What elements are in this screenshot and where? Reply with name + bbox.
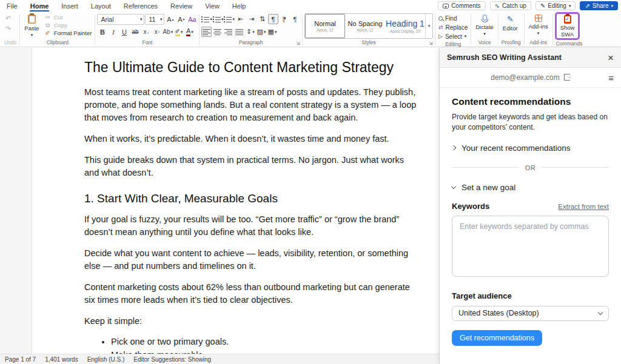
- add-ins-button[interactable]: Add-ins ▾: [526, 13, 551, 36]
- sort-button[interactable]: ⇅: [257, 14, 267, 24]
- recent-recommendations-toggle[interactable]: Your recent recommendations: [452, 144, 571, 153]
- tab-layout[interactable]: Layout: [90, 1, 112, 11]
- font-size-value: 11: [149, 16, 155, 23]
- redo-button[interactable]: ↷: [3, 24, 13, 34]
- group-label-proofing: Proofing: [502, 39, 521, 45]
- style-name: Heading 1: [386, 19, 425, 28]
- paragraph-dialog-launcher[interactable]: ⇲: [296, 41, 300, 46]
- word-count[interactable]: 1,401 words: [45, 356, 78, 363]
- group-font: Arial ▾ 11 ▾ A▴ A▾ A̶a B I: [95, 12, 199, 47]
- editor-suggestions-indicator[interactable]: Editor Suggestions: Showing: [133, 356, 211, 363]
- format-painter-button[interactable]: ✐ Format Painter: [43, 29, 93, 37]
- logout-icon: [564, 74, 570, 81]
- highlight-color-button[interactable]: ✐▾: [173, 27, 184, 37]
- increase-indent-button[interactable]: ⇥: [246, 14, 257, 24]
- set-new-goal-toggle[interactable]: Set a new goal: [452, 183, 515, 192]
- paragraph: Decide what you want content to achieve …: [84, 247, 418, 273]
- left-to-right-button[interactable]: ¶: [268, 14, 278, 24]
- decrease-indent-button[interactable]: ⇤: [235, 14, 246, 24]
- grow-font-button[interactable]: A▴: [165, 14, 175, 24]
- line-spacing-button[interactable]: ⇕▾: [245, 27, 255, 37]
- get-recommendations-button[interactable]: Get recommendations: [452, 330, 542, 346]
- style-normal[interactable]: Normal Aptos, 12: [305, 14, 345, 38]
- dictate-button[interactable]: Dictate ▾: [473, 13, 496, 36]
- editor-button[interactable]: ✎ Editor: [500, 13, 520, 31]
- group-addins: Add-ins ▾ Add-ins: [525, 12, 552, 47]
- word-window: File Home Insert Layout References Revie…: [0, 0, 621, 364]
- cut-button[interactable]: ✂ Cut: [43, 13, 93, 21]
- tab-file[interactable]: File: [6, 1, 18, 11]
- close-icon[interactable]: ×: [608, 53, 614, 63]
- group-label-clipboard: Clipboard: [47, 39, 69, 45]
- group-voice: Dictate ▾ Voice: [471, 12, 498, 47]
- tab-insert[interactable]: Insert: [61, 1, 79, 11]
- right-to-left-button[interactable]: ¶: [279, 14, 289, 24]
- strikethrough-button[interactable]: ab: [130, 27, 140, 37]
- or-label: OR: [525, 164, 536, 171]
- menu-icon[interactable]: ≡: [608, 73, 614, 83]
- extract-from-text-link[interactable]: Extract from text: [558, 203, 609, 210]
- paste-icon: [28, 15, 36, 24]
- paste-button[interactable]: Paste ▾: [22, 13, 41, 38]
- copy-button[interactable]: ⧉ Copy: [43, 21, 93, 29]
- group-label-addins: Add-ins: [529, 39, 547, 45]
- menubar: File Home Insert Layout References Revie…: [0, 0, 621, 12]
- undo-button[interactable]: ↶: [3, 13, 13, 24]
- tab-view[interactable]: View: [204, 1, 220, 11]
- comments-button[interactable]: Comments: [438, 1, 485, 10]
- cut-label: Cut: [54, 14, 63, 21]
- divider-line: [542, 167, 609, 168]
- style-heading-1[interactable]: Heading 1 Aptos Display, 20: [385, 14, 425, 38]
- language-indicator[interactable]: English (U.S.): [87, 356, 125, 363]
- show-hide-marks-button[interactable]: ¶: [290, 14, 300, 24]
- catch-up-button[interactable]: ∿ Catch up: [490, 1, 531, 10]
- page-indicator[interactable]: Page 1 of 7: [5, 356, 36, 363]
- bullets-button[interactable]: ▾: [201, 14, 212, 24]
- target-audience-select[interactable]: United States (Desktop): [452, 306, 609, 321]
- style-no-spacing[interactable]: No Spacing Aptos, 12: [345, 14, 385, 38]
- cut-icon: ✂: [44, 14, 52, 21]
- show-swa-button[interactable]: Show SWA: [558, 14, 577, 38]
- group-paragraph: ▾ ▾ ▾ ⇤ ⇥ ⇅ ¶ ¶ ¶: [200, 12, 302, 47]
- tab-review[interactable]: Review: [170, 1, 193, 11]
- align-right-button[interactable]: [223, 27, 233, 37]
- select-button[interactable]: ▷ Select ▾: [437, 32, 469, 41]
- italic-button[interactable]: I: [108, 27, 118, 37]
- keywords-input[interactable]: [452, 216, 609, 277]
- editor-label: Editor: [503, 25, 518, 31]
- tab-references[interactable]: References: [123, 1, 158, 11]
- styles-gallery-more-button[interactable]: ▾: [425, 14, 432, 38]
- text-effects-button[interactable]: Ab▾: [163, 27, 173, 37]
- numbering-button[interactable]: ▾: [213, 14, 224, 24]
- shading-icon: ▨: [257, 28, 263, 36]
- document-page[interactable]: The Ultimate Guide to Content Marketing …: [32, 48, 440, 354]
- font-color-button[interactable]: A▾: [184, 27, 195, 37]
- share-button[interactable]: ⇗ Share ▾: [580, 1, 618, 10]
- shrink-font-button[interactable]: A▾: [176, 14, 186, 24]
- editing-mode-button[interactable]: ✎ Editing ▾: [535, 1, 576, 10]
- bold-button[interactable]: B: [97, 27, 107, 37]
- find-button[interactable]: Find: [437, 14, 469, 22]
- shading-button[interactable]: ▨▾: [256, 27, 266, 37]
- group-editing: Find ⇄ Replace ▷ Select ▾ Editing: [435, 12, 471, 47]
- clear-formatting-button[interactable]: A̶a: [187, 14, 197, 24]
- replace-label: Replace: [446, 24, 468, 31]
- justify-button[interactable]: [234, 27, 244, 37]
- underline-button[interactable]: U: [119, 27, 129, 37]
- replace-button[interactable]: ⇄ Replace: [437, 23, 469, 31]
- superscript-button[interactable]: x²: [152, 27, 162, 37]
- multilevel-list-button[interactable]: ▾: [224, 14, 235, 24]
- tab-home[interactable]: Home: [30, 1, 50, 11]
- styles-dialog-launcher[interactable]: ⇲: [429, 41, 433, 46]
- logout-button[interactable]: [564, 73, 570, 82]
- subscript-button[interactable]: x₂: [141, 27, 151, 37]
- panel-title: Semrush SEO Writing Assistant: [447, 53, 562, 62]
- tab-help[interactable]: Help: [232, 1, 247, 11]
- align-center-button[interactable]: [212, 27, 223, 37]
- font-name-combo[interactable]: Arial ▾: [97, 14, 144, 25]
- borders-button[interactable]: ▦▾: [267, 27, 277, 37]
- group-label-commands: Commands: [556, 41, 582, 47]
- align-left-button[interactable]: [201, 27, 212, 37]
- font-size-combo[interactable]: 11 ▾: [145, 14, 164, 25]
- format-painter-label: Format Painter: [54, 30, 92, 36]
